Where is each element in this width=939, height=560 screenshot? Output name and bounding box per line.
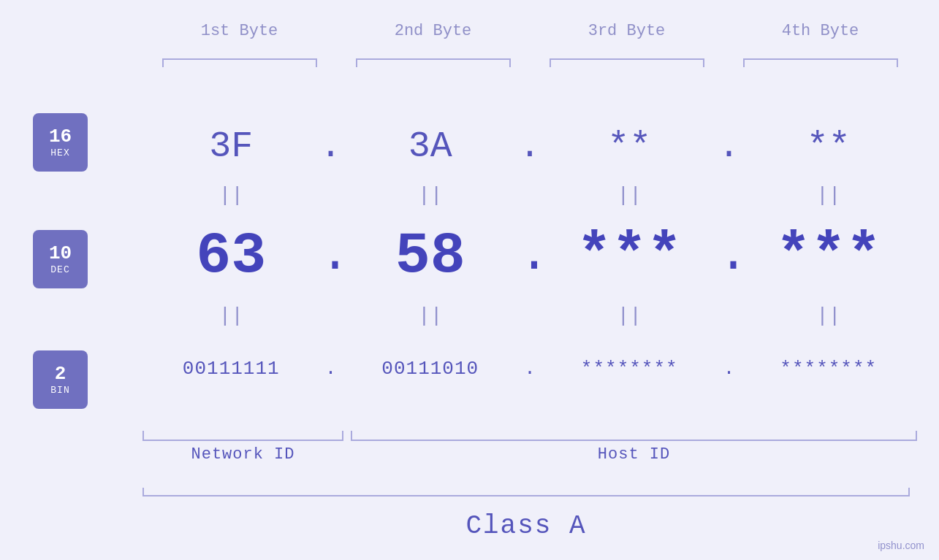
network-id-label: Network ID: [142, 445, 343, 464]
class-bracket: [142, 488, 910, 496]
bin-dot1: .: [320, 358, 342, 380]
bracket-line-2: [356, 58, 511, 67]
watermark: ipshu.com: [878, 540, 924, 551]
main-container: 1st Byte 2nd Byte 3rd Byte 4th Byte 16 H…: [0, 0, 939, 560]
bin-row: 00111111 . 00111010 . ******** . *******…: [142, 336, 917, 402]
eq1-b3: ||: [541, 184, 718, 207]
eq1-b1: ||: [142, 184, 320, 207]
bin-byte3: ********: [541, 358, 718, 380]
eq2-b4: ||: [740, 304, 918, 327]
bracket-line-3: [550, 58, 704, 67]
bin-byte1: 00111111: [142, 358, 320, 380]
hex-byte4: **: [740, 126, 918, 167]
bracket-cell-3: [530, 58, 723, 67]
byte1-header: 1st Byte: [142, 22, 336, 40]
segment-labels: Network ID Host ID: [142, 445, 917, 464]
dec-dot1: .: [320, 230, 342, 281]
host-bracket: [351, 431, 917, 441]
dec-badge: 10 DEC: [33, 230, 88, 288]
hex-dot1: .: [320, 126, 342, 167]
eq2-b2: ||: [342, 304, 520, 327]
bin-byte2: 00111010: [342, 358, 520, 380]
byte2-header: 2nd Byte: [336, 22, 530, 40]
bin-byte4: ********: [740, 358, 918, 380]
dec-byte3: ***: [541, 223, 718, 289]
dec-byte4: ***: [740, 223, 918, 289]
bin-badge-num: 2: [55, 364, 66, 385]
eq2-b1: ||: [142, 304, 320, 327]
eq1-b2: ||: [342, 184, 520, 207]
dec-badge-num: 10: [49, 243, 72, 264]
network-bracket: [142, 431, 343, 441]
bracket-cell-1: [142, 58, 336, 67]
eq2-b3: ||: [541, 304, 718, 327]
hex-byte3: **: [541, 126, 718, 167]
hex-badge-num: 16: [49, 126, 72, 147]
bracket-cell-4: [723, 58, 917, 67]
bin-dot3: .: [718, 358, 740, 380]
bin-badge: 2 BIN: [33, 350, 88, 409]
hex-dot2: .: [519, 126, 541, 167]
class-label: Class A: [142, 511, 910, 541]
sub-brackets: [142, 431, 917, 441]
bin-dot2: .: [519, 358, 541, 380]
bin-badge-label: BIN: [50, 385, 69, 396]
dec-row: 63 . 58 . *** . ***: [142, 215, 917, 296]
byte-headers: 1st Byte 2nd Byte 3rd Byte 4th Byte: [142, 22, 917, 40]
host-id-label: Host ID: [351, 445, 917, 464]
hex-dot3: .: [718, 126, 740, 167]
dec-dot2: .: [519, 230, 541, 281]
dec-badge-label: DEC: [50, 264, 69, 275]
hex-badge-label: HEX: [50, 147, 69, 158]
hex-badge: 16 HEX: [33, 113, 88, 172]
dec-dot3: .: [718, 230, 740, 281]
hex-byte2: 3A: [342, 126, 520, 167]
bracket-cell-2: [336, 58, 530, 67]
hex-row: 3F . 3A . ** . **: [142, 113, 917, 179]
byte3-header: 3rd Byte: [530, 22, 723, 40]
bracket-line-1: [162, 58, 317, 67]
byte4-header: 4th Byte: [723, 22, 917, 40]
eq1-b4: ||: [740, 184, 918, 207]
hex-byte1: 3F: [142, 126, 320, 167]
top-brackets: [142, 58, 917, 67]
dec-byte1: 63: [142, 223, 320, 289]
bracket-line-4: [743, 58, 898, 67]
dec-byte2: 58: [342, 223, 520, 289]
equals-row-2: || || || ||: [142, 303, 917, 329]
